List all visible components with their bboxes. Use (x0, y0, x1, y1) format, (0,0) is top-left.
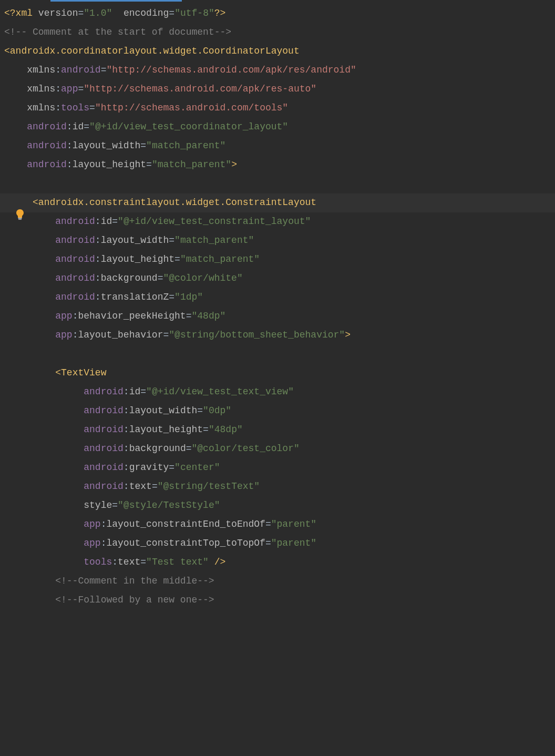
xml-attr-value: "1.0" (84, 4, 112, 23)
xml-attr-ns: android (84, 477, 124, 496)
xml-attr-value: "48dp" (209, 421, 243, 439)
xml-attr-name: gravity (129, 458, 169, 477)
code-line[interactable]: <!--Followed by a new one--> (0, 591, 555, 610)
code-line[interactable]: android:layout_height="48dp" (0, 421, 555, 440)
xml-attr-name: layout_width (73, 137, 141, 155)
code-line[interactable]: android:layout_height="match_parent"> (0, 156, 555, 175)
xml-attr-ns: android (84, 402, 124, 420)
code-line[interactable]: app:layout_constraintTop_toTopOf="parent… (0, 534, 555, 553)
xml-attr-name: layout_width (101, 231, 169, 250)
code-line[interactable]: style="@style/TestStyle" (0, 496, 555, 515)
code-line[interactable] (0, 345, 555, 364)
xml-attr-value: "@+id/view_test_coordinator_layout" (89, 118, 288, 136)
code-line[interactable]: android:id="@+id/view_test_constraint_la… (0, 212, 555, 231)
xml-tag-bracket: > (345, 326, 351, 344)
code-line[interactable]: <!--Comment in the middle--> (0, 572, 555, 591)
xml-attr-name: app (61, 80, 78, 98)
code-line[interactable]: app:behavior_peekHeight="48dp" (0, 307, 555, 326)
xml-attr-name: encoding (124, 4, 169, 23)
code-line[interactable]: android:id="@+id/view_test_text_view" (0, 383, 555, 402)
xml-attr-ns: android (27, 118, 67, 136)
xml-attr-name: text (129, 477, 152, 496)
code-line[interactable]: xmlns:tools="http://schemas.android.com/… (0, 99, 555, 118)
xml-attr-name: layout_height (129, 421, 203, 439)
code-line[interactable]: android:background="@color/test_color" (0, 440, 555, 458)
xml-attr-ns: android (84, 458, 124, 477)
xml-attr-name: layout_width (129, 402, 198, 420)
xml-attr-name: translationZ (101, 288, 169, 307)
code-editor[interactable]: <?xml version="1.0" encoding="utf-8"?> <… (0, 0, 555, 610)
xml-attr-value: "match_parent" (146, 137, 225, 155)
xml-attr-name: tools (61, 99, 89, 117)
xml-attr-name: layout_height (101, 250, 174, 269)
xml-attr-ns: android (55, 269, 95, 288)
xml-attr-value: "@string/testText" (158, 477, 260, 496)
xml-attr-name: android (61, 61, 101, 79)
xml-attr-value: "match_parent" (152, 156, 231, 174)
code-line[interactable]: android:background="@color/white" (0, 269, 555, 288)
xml-tag-name: androidx.constraintlayout.widget.Constra… (38, 197, 316, 208)
xml-attr-name: layout_height (73, 156, 146, 174)
svg-rect-1 (18, 219, 22, 220)
code-line[interactable]: android:layout_width="match_parent" (0, 137, 555, 156)
xml-attr-value: "utf-8" (174, 4, 214, 23)
xml-attr-ns: android (84, 440, 124, 458)
code-line[interactable]: <?xml version="1.0" encoding="utf-8"?> (0, 4, 555, 23)
xml-attr-name: id (129, 383, 141, 401)
code-line[interactable] (0, 175, 555, 193)
code-line[interactable]: <TextView (0, 364, 555, 383)
xml-attr-name: background (101, 269, 158, 288)
xml-attr-value: "@+id/view_test_constraint_layout" (118, 212, 311, 231)
code-line[interactable]: android:layout_width="0dp" (0, 402, 555, 421)
xml-tag-bracket: > (231, 156, 237, 174)
code-line[interactable]: android:layout_width="match_parent" (0, 231, 555, 250)
xml-attr-value: "1dp" (174, 288, 203, 307)
xml-attr-name: id (73, 118, 84, 136)
xml-attr-ns: app (84, 534, 100, 553)
code-line[interactable]: android:gravity="center" (0, 458, 555, 477)
code-line[interactable]: app:layout_constraintEnd_toEndOf="parent… (0, 515, 555, 534)
code-line[interactable]: android:text="@string/testText" (0, 477, 555, 496)
xml-selfclose: /> (209, 553, 225, 571)
xml-attr-ns: xmlns (27, 80, 55, 98)
xml-decl-close: ?> (214, 4, 226, 23)
xml-attr-name: id (101, 212, 112, 231)
intention-bulb-icon[interactable] (15, 208, 25, 222)
xml-attr-name: layout_constraintEnd_toEndOf (106, 515, 265, 534)
xml-attr-ns: android (84, 421, 124, 439)
xml-attr-name: text (118, 553, 140, 571)
xml-attr-value: "http://schemas.android.com/apk/res-auto… (84, 80, 316, 98)
xml-tag-bracket: < (55, 364, 61, 382)
xml-attr-name: style (84, 496, 112, 515)
xml-attr-ns: android (55, 212, 95, 231)
code-line[interactable]: android:layout_height="match_parent" (0, 250, 555, 269)
xml-attr-value: "@color/white" (163, 269, 243, 288)
xml-attr-ns: app (55, 307, 72, 325)
xml-attr-name: version (38, 4, 78, 23)
xml-attr-ns: xmlns (27, 61, 55, 79)
xml-attr-value: "match_parent" (180, 250, 260, 269)
xml-attr-value: "48dp" (191, 307, 225, 325)
code-line[interactable]: <androidx.coordinatorlayout.widget.Coord… (0, 42, 555, 61)
xml-comment: <!--Followed by a new one--> (55, 591, 214, 609)
code-line[interactable]: <!-- Comment at the start of document--> (0, 23, 555, 42)
xml-tag-bracket: < (33, 197, 38, 208)
xml-attr-value: "http://schemas.android.com/apk/res/andr… (106, 61, 356, 79)
xml-tag-name: TextView (61, 364, 106, 382)
xml-attr-ns: app (55, 326, 72, 344)
code-line[interactable]: tools:text="Test text" /> (0, 553, 555, 572)
xml-attr-ns: android (84, 383, 124, 401)
xml-attr-ns: android (55, 288, 95, 307)
xml-decl-keyword: xml (16, 4, 33, 23)
code-line[interactable]: xmlns:android="http://schemas.android.co… (0, 61, 555, 80)
code-line[interactable]: app:layout_behavior="@string/bottom_shee… (0, 326, 555, 345)
xml-attr-name: behavior_peekHeight (78, 307, 186, 325)
xml-attr-name: layout_constraintTop_toTopOf (106, 534, 265, 553)
code-line[interactable]: xmlns:app="http://schemas.android.com/ap… (0, 80, 555, 99)
code-line[interactable]: android:id="@+id/view_test_coordinator_l… (0, 118, 555, 137)
code-line-current[interactable]: <androidx.constraintlayout.widget.Constr… (0, 193, 555, 212)
xml-attr-value: "@+id/view_test_text_view" (146, 383, 294, 401)
code-line[interactable]: android:translationZ="1dp" (0, 288, 555, 307)
xml-attr-value: "@color/test_color" (192, 440, 300, 458)
code-area[interactable]: <?xml version="1.0" encoding="utf-8"?> <… (0, 4, 555, 610)
